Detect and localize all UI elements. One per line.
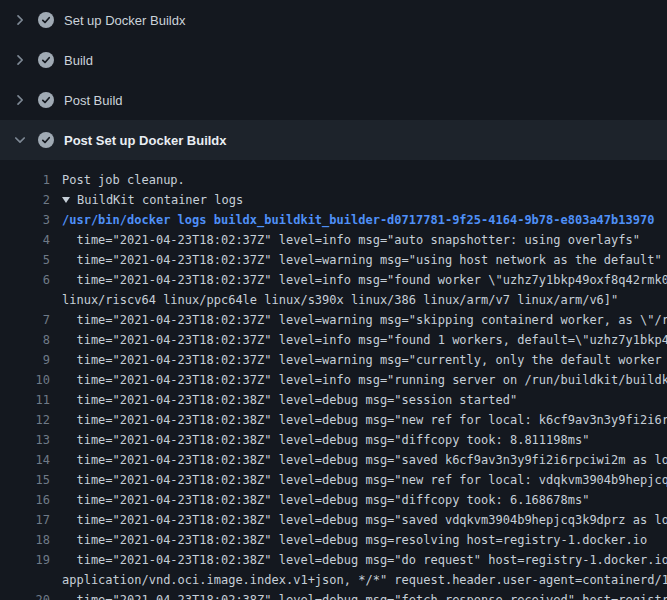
log-line: 4 time="2021-04-23T18:02:37Z" level=info… [0,230,667,250]
steps-list: Set up Docker Buildx Build Post Buil [0,0,667,160]
log-line-number[interactable]: 5 [0,250,50,270]
check-circle-icon [38,92,54,108]
log-line-text: time="2021-04-23T18:02:38Z" level=debug … [62,430,667,450]
log-line-text: time="2021-04-23T18:02:38Z" level=debug … [62,390,667,410]
log-line-number[interactable]: 17 [0,510,50,530]
log-line-number[interactable]: 18 [0,530,50,550]
log-line-text: time="2021-04-23T18:02:38Z" level=debug … [62,590,667,600]
log-line: 5 time="2021-04-23T18:02:37Z" level=warn… [0,250,667,270]
log-line-text[interactable]: BuildKit container logs [62,190,667,210]
log-line: 14 time="2021-04-23T18:02:38Z" level=deb… [0,450,667,470]
check-circle-icon [38,52,54,68]
log-line-text: time="2021-04-23T18:02:37Z" level=info m… [62,330,667,350]
log-line: 16 time="2021-04-23T18:02:38Z" level=deb… [0,490,667,510]
log-line-number[interactable]: 4 [0,230,50,250]
log-line-number[interactable]: 14 [0,450,50,470]
log-line-text: time="2021-04-23T18:02:38Z" level=debug … [62,490,667,510]
log-line-text: time="2021-04-23T18:02:38Z" level=debug … [62,410,667,430]
log-line: 8 time="2021-04-23T18:02:37Z" level=info… [0,330,667,350]
step-header[interactable]: Post Set up Docker Buildx [0,120,667,160]
log-line-number[interactable]: 13 [0,430,50,450]
log-line-text: time="2021-04-23T18:02:38Z" level=debug … [62,530,667,550]
log-line-text: time="2021-04-23T18:02:38Z" level=debug … [62,450,667,470]
log-line: 20 time="2021-04-23T18:02:38Z" level=deb… [0,590,667,600]
log-line: 19 time="2021-04-23T18:02:38Z" level=deb… [0,550,667,590]
log-line-number[interactable]: 3 [0,210,50,230]
log-line-text: time="2021-04-23T18:02:38Z" level=debug … [62,470,667,490]
step-header[interactable]: Build [0,40,667,80]
log-line-text: time="2021-04-23T18:02:37Z" level=warnin… [62,310,667,330]
chevron-icon [12,132,28,148]
log-line-text: time="2021-04-23T18:02:37Z" level=warnin… [62,350,667,370]
log-line: 17 time="2021-04-23T18:02:38Z" level=deb… [0,510,667,530]
chevron-icon [12,52,28,68]
step-label: Build [64,53,93,68]
log-line-text: time="2021-04-23T18:02:37Z" level=info m… [62,270,667,310]
log-line-text: Post job cleanup. [62,170,667,190]
log-line-text: time="2021-04-23T18:02:37Z" level=info m… [62,230,667,250]
log-line: 7 time="2021-04-23T18:02:37Z" level=warn… [0,310,667,330]
log-line-text: time="2021-04-23T18:02:38Z" level=debug … [62,510,667,530]
log-line: 3 /usr/bin/docker logs buildx_buildkit_b… [0,210,667,230]
log-line-text: /usr/bin/docker logs buildx_buildkit_bui… [62,210,667,230]
log-container: 1 Post job cleanup. 2 BuildKit container… [0,160,667,600]
log-line-number[interactable]: 10 [0,370,50,390]
chevron-icon [12,12,28,28]
step-label: Post Build [64,93,123,108]
log-line: 9 time="2021-04-23T18:02:37Z" level=warn… [0,350,667,370]
group-expand-icon [62,197,70,203]
log-line: 2 BuildKit container logs [0,190,667,210]
log-line: 18 time="2021-04-23T18:02:38Z" level=deb… [0,530,667,550]
log-line: 1 Post job cleanup. [0,170,667,190]
log-line-number[interactable]: 11 [0,390,50,410]
log-line-number[interactable]: 15 [0,470,50,490]
chevron-icon [12,92,28,108]
log-line-number[interactable]: 7 [0,310,50,330]
log-line: 10 time="2021-04-23T18:02:37Z" level=inf… [0,370,667,390]
log-line-text: time="2021-04-23T18:02:37Z" level=warnin… [62,250,667,270]
log-line: 12 time="2021-04-23T18:02:38Z" level=deb… [0,410,667,430]
log-line-number[interactable]: 19 [0,550,50,590]
log-line-text: time="2021-04-23T18:02:37Z" level=info m… [62,370,667,390]
log-line-number[interactable]: 12 [0,410,50,430]
log-line-number[interactable]: 2 [0,190,50,210]
step-label: Post Set up Docker Buildx [64,133,227,148]
step-header[interactable]: Post Build [0,80,667,120]
log-line-text: time="2021-04-23T18:02:38Z" level=debug … [62,550,667,590]
log-line: 6 time="2021-04-23T18:02:37Z" level=info… [0,270,667,310]
log-line-number[interactable]: 6 [0,270,50,310]
log-line-number[interactable]: 16 [0,490,50,510]
log-line: 15 time="2021-04-23T18:02:38Z" level=deb… [0,470,667,490]
step-header[interactable]: Set up Docker Buildx [0,0,667,40]
log-line: 13 time="2021-04-23T18:02:38Z" level=deb… [0,430,667,450]
step-label: Set up Docker Buildx [64,13,185,28]
log-line: 11 time="2021-04-23T18:02:38Z" level=deb… [0,390,667,410]
log-line-number[interactable]: 1 [0,170,50,190]
log-line-number[interactable]: 20 [0,590,50,600]
check-circle-icon [38,132,54,148]
log-line-number[interactable]: 8 [0,330,50,350]
log-line-number[interactable]: 9 [0,350,50,370]
check-circle-icon [38,12,54,28]
